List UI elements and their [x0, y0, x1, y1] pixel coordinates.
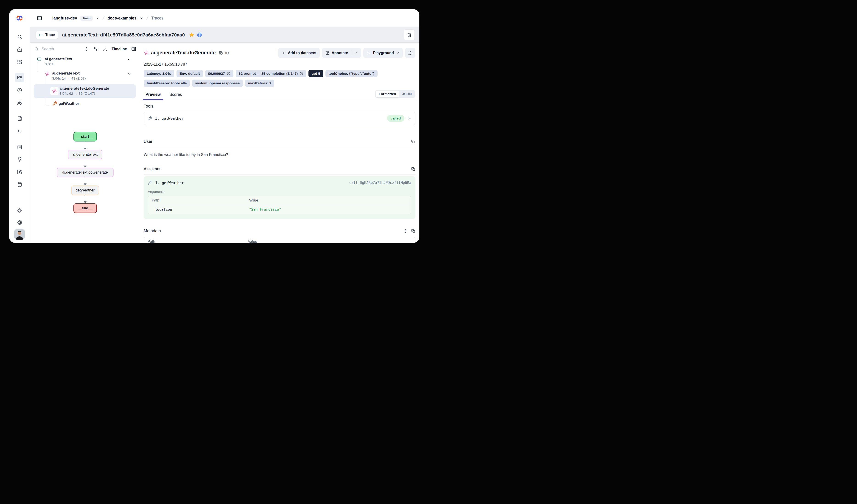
table-header-row: Path Value — [144, 237, 415, 243]
format-toggle: Formatted JSON — [375, 90, 416, 98]
metadata-table: Path Value — [144, 237, 416, 243]
tree-item-meta: 3.04s 14 → 43 (Σ 57) — [52, 76, 138, 81]
trace-title: ai.generateText: df41e597d0a85e0d7a6ae8e… — [62, 32, 185, 38]
table-header-row: Path Value — [148, 196, 411, 205]
arg-value: "San Francisco" — [245, 205, 285, 214]
breadcrumb-org[interactable]: langfuse-dev — [52, 16, 77, 21]
chevron-down-icon[interactable] — [127, 57, 131, 62]
tree-item-getweather[interactable]: getWeather — [33, 100, 138, 110]
bookmark-star-icon[interactable] — [189, 32, 195, 38]
annotation-icon[interactable] — [15, 167, 24, 177]
dashboards-icon[interactable] — [15, 57, 24, 67]
screen: langfuse-dev Team / docs-examples / Trac… — [0, 0, 428, 252]
search-icon[interactable] — [15, 32, 24, 41]
terminal-icon — [367, 51, 371, 55]
toolchoice-badge: toolChoice: {"type":"auto"} — [325, 70, 377, 77]
prompts-icon[interactable] — [15, 114, 24, 123]
toggle-formatted[interactable]: Formatted — [376, 91, 399, 97]
cost-badge: $0.000927 — [205, 70, 233, 77]
sidebar-toggle-icon[interactable] — [35, 14, 44, 23]
assistant-section-header: Assistant — [144, 167, 416, 172]
tokens-badge: 62 prompt → 85 completion (Σ 147) — [236, 70, 306, 77]
org-plan-badge: Team — [80, 16, 93, 21]
copy-icon[interactable] — [411, 229, 416, 233]
chevron-down-icon[interactable] — [127, 72, 131, 76]
tracing-icon[interactable] — [15, 73, 24, 82]
delete-trace-button[interactable] — [404, 29, 415, 40]
graph-node-start[interactable]: __start__ — [73, 132, 97, 141]
users-icon[interactable] — [15, 98, 24, 107]
graph-node-end[interactable]: __end__ — [73, 203, 97, 213]
tree-search[interactable] — [34, 47, 80, 52]
tree-item-dogenerate-selected[interactable]: ai.generateText.doGenerate 3.04s 62 → 85… — [34, 84, 136, 98]
tree-item-trace-root[interactable]: ai.generateText 3.04s — [33, 55, 138, 69]
tab-scores[interactable]: Scores — [168, 90, 183, 100]
info-icon — [227, 72, 231, 75]
chevron-down-icon[interactable] — [354, 51, 357, 55]
playground-icon[interactable] — [15, 126, 24, 136]
finishreason-badge: finishReason: tool-calls — [144, 80, 190, 87]
path-header: Path — [148, 196, 245, 205]
search-input[interactable] — [41, 47, 63, 52]
chevron-down-icon[interactable] — [96, 16, 100, 20]
support-icon[interactable] — [15, 218, 24, 227]
detail-scroll-area[interactable]: Tools 1. getWeather called — [144, 100, 416, 243]
playground-button[interactable]: Playground — [363, 48, 403, 58]
chevron-right-icon[interactable] — [407, 116, 411, 121]
breadcrumb-section[interactable]: Traces — [151, 16, 164, 21]
graph-arrow — [85, 160, 85, 166]
arguments-label: Arguments — [148, 190, 411, 193]
public-globe-icon[interactable] — [197, 32, 202, 38]
metrics-badges-row1: Latency: 3.04s Env: default $0.000927 62… — [144, 70, 416, 77]
evaluators-icon[interactable] — [15, 142, 24, 152]
trace-header-bar: Trace ai.generateText: df41e597d0a85e0d7… — [30, 27, 419, 42]
arguments-table: Path Value location "San Francisco" — [148, 196, 411, 214]
download-icon[interactable] — [102, 47, 107, 52]
breadcrumb-project[interactable]: docs-examples — [107, 16, 136, 21]
home-icon[interactable] — [15, 45, 24, 54]
copy-icon[interactable] — [411, 139, 416, 144]
toggle-json[interactable]: JSON — [399, 91, 415, 97]
assistant-tool-call-card: 1. getWeather call_DgKARp7a7IhJPDczfifMp… — [144, 176, 416, 219]
trace-tree-panel: Timeline — [30, 42, 140, 243]
top-nav-bar: langfuse-dev Team / docs-examples / Trac… — [9, 9, 419, 27]
system-badge: system: openai.responses — [192, 80, 243, 87]
chevron-down-icon — [396, 51, 399, 55]
user-avatar[interactable] — [14, 229, 25, 240]
langfuse-logo-icon[interactable] — [16, 15, 23, 21]
llm-judge-icon[interactable] — [15, 154, 24, 164]
copy-icon[interactable] — [411, 167, 416, 171]
metrics-badges-row2: finishReason: tool-calls system: openai.… — [144, 80, 416, 87]
graph-node-generatetext[interactable]: ai.generateText — [68, 150, 102, 159]
graph-arrow — [85, 142, 85, 148]
comments-button[interactable] — [405, 48, 416, 58]
datasets-icon[interactable] — [15, 179, 24, 189]
annotate-button[interactable]: Annotate — [322, 48, 361, 58]
trace-type-pill: Trace — [36, 31, 58, 39]
arg-path: location — [148, 205, 245, 214]
tree-item-meta: 3.04s 62 → 85 (Σ 147) — [60, 91, 136, 96]
expand-vertical-icon[interactable] — [403, 229, 408, 233]
observation-detail-panel: ai.generateText.doGenerate ID — [140, 42, 419, 243]
collapse-panel-icon[interactable] — [131, 46, 136, 52]
add-to-datasets-button[interactable]: Add to datasets — [278, 48, 320, 58]
tree-item-generation[interactable]: ai.generateText 3.04s 14 → 43 (Σ 57) — [33, 69, 138, 84]
tree-item-label: ai.generateText.doGenerate — [60, 86, 136, 91]
view-settings-icon[interactable] — [93, 47, 98, 52]
timeline-toggle[interactable]: Timeline — [112, 47, 127, 51]
tab-preview[interactable]: Preview — [145, 90, 162, 100]
table-row: location "San Francisco" — [148, 205, 411, 214]
graph-node-getweather[interactable]: getWeather — [71, 186, 99, 195]
graph-node-dogenerate[interactable]: ai.generateText.doGenerate — [57, 168, 114, 177]
model-badge[interactable]: gpt-5 — [308, 70, 323, 77]
assistant-heading: Assistant — [144, 167, 161, 172]
sessions-icon[interactable] — [15, 85, 24, 95]
tool-definition-row[interactable]: 1. getWeather called — [144, 112, 416, 125]
settings-icon[interactable] — [15, 206, 24, 215]
tool-wrench-icon — [53, 101, 57, 106]
copy-id-icon[interactable] — [219, 51, 223, 55]
generation-icon-box — [50, 87, 58, 95]
chevron-down-icon[interactable] — [140, 16, 144, 20]
generation-icon — [45, 71, 50, 76]
collapse-all-icon[interactable] — [84, 47, 89, 52]
